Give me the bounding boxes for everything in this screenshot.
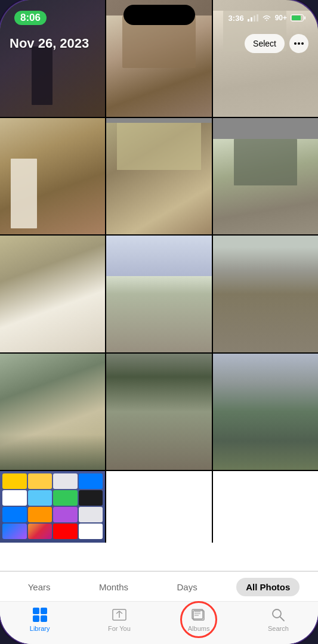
for-you-icon (111, 606, 128, 623)
for-you-label: For You (108, 625, 131, 632)
app-icon-settings (53, 473, 78, 489)
battery-pct: 90+ (275, 14, 287, 22)
dynamic-island (124, 5, 195, 25)
svg-rect-1 (251, 17, 252, 21)
tab-months[interactable]: Months (89, 578, 138, 596)
app-icon-findmy (79, 507, 103, 522)
photo-cell[interactable] (106, 354, 211, 470)
photo-grid (0, 0, 318, 543)
app-icon-entertainment (28, 507, 53, 522)
photo-cell[interactable] (213, 354, 318, 470)
nav-item-library[interactable]: Library (19, 606, 61, 632)
view-tabs: Years Months Days All Photos (0, 571, 318, 601)
photo-cell[interactable] (213, 236, 318, 352)
photo-cell[interactable] (0, 236, 105, 352)
app-icon-youtube (53, 524, 78, 539)
app-icon-calculator (28, 490, 53, 506)
photo-cell-blank1 (106, 471, 211, 543)
svg-rect-10 (41, 615, 47, 622)
battery-fill (292, 16, 301, 20)
svg-rect-9 (33, 615, 39, 622)
photo-cell-screenshot[interactable] (0, 471, 105, 543)
photo-cell[interactable] (106, 118, 211, 235)
app-icon-appstore (2, 507, 27, 522)
photos-date: Nov 26, 2023 (10, 36, 89, 51)
app-icon-gmail (79, 524, 103, 539)
albums-label: Albums (188, 625, 210, 632)
svg-rect-3 (257, 14, 258, 21)
network-time: 3:36 (229, 14, 244, 23)
app-icon-notes (28, 473, 53, 489)
photo-cell[interactable] (213, 118, 318, 235)
library-label: Library (30, 625, 50, 632)
tab-all-photos[interactable]: All Photos (236, 578, 300, 596)
svg-rect-7 (33, 608, 39, 614)
status-right: 3:36 90+ (229, 14, 304, 23)
ellipsis-icon (294, 42, 304, 45)
photos-area: Nov 26, 2023 Select (0, 0, 318, 543)
search-label: Search (268, 625, 289, 632)
phone-frame: 8:06 3:36 90+ (0, 0, 318, 644)
signal-icon (248, 14, 258, 21)
app-icon-wellness (53, 490, 78, 506)
library-icon (32, 606, 48, 623)
photo-cell[interactable] (106, 236, 211, 352)
wifi-icon (262, 14, 271, 21)
tab-days[interactable]: Days (168, 578, 207, 596)
status-time: 8:06 (14, 11, 47, 25)
photos-header: Nov 26, 2023 Select (0, 27, 318, 58)
svg-rect-8 (41, 608, 47, 614)
albums-icon (190, 606, 207, 623)
photo-cell[interactable] (0, 354, 105, 470)
svg-rect-2 (254, 16, 255, 21)
select-button[interactable]: Select (245, 34, 285, 53)
apps-grid (0, 471, 105, 543)
svg-point-4 (294, 42, 297, 45)
svg-point-5 (298, 42, 300, 45)
app-icon-weather (2, 473, 27, 489)
app-icon-apps (53, 507, 78, 522)
svg-line-19 (280, 617, 285, 621)
app-icon-calendar (2, 490, 27, 506)
nav-item-for-you[interactable]: For You (98, 606, 140, 632)
app-icon-messenger (2, 524, 27, 539)
phone-screen: 8:06 3:36 90+ (0, 0, 318, 644)
bottom-section: Years Months Days All Photos Library (0, 571, 318, 644)
app-icon-mail (79, 473, 103, 489)
svg-rect-0 (248, 19, 249, 21)
tab-years[interactable]: Years (18, 578, 60, 596)
more-button[interactable] (289, 34, 308, 53)
app-icon-clock (79, 490, 103, 506)
nav-item-albums[interactable]: Albums (178, 606, 220, 632)
photo-cell-blank2 (213, 471, 318, 543)
header-buttons: Select (245, 34, 308, 53)
status-bar: 8:06 3:36 90+ (0, 0, 318, 30)
search-icon (270, 606, 286, 623)
app-icon-instagram (28, 524, 53, 539)
photo-cell[interactable] (0, 118, 105, 235)
nav-bar: Library For You (0, 601, 318, 644)
battery-icon (291, 14, 304, 21)
svg-point-6 (301, 42, 304, 45)
nav-item-search[interactable]: Search (257, 606, 299, 632)
